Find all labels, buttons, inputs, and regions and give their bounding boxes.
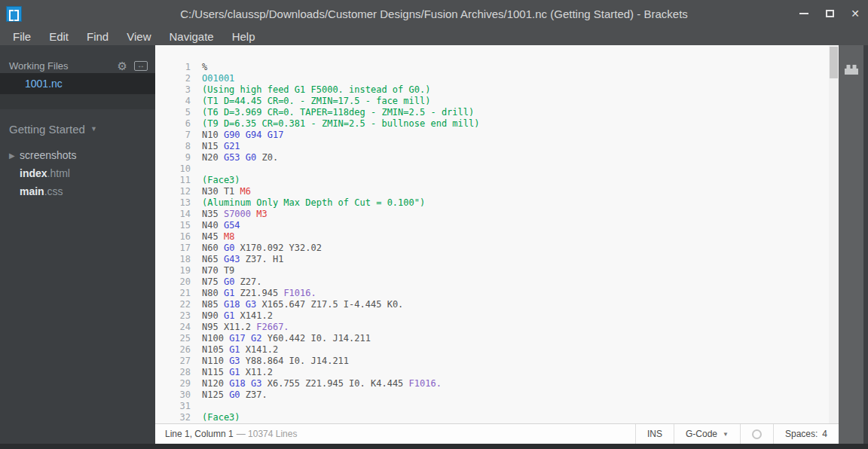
code-line[interactable]: 19N70 T9 (155, 265, 839, 276)
language-label: G-Code (686, 429, 717, 439)
window-controls: ✕ (791, 0, 868, 27)
code-text: O01001 (191, 73, 234, 84)
line-number: 20 (155, 276, 191, 288)
minimize-button[interactable] (791, 0, 817, 27)
line-number: 21 (155, 288, 191, 299)
line-number: 13 (155, 197, 191, 209)
code-text (191, 401, 202, 412)
file-name-base: main (20, 185, 44, 197)
status-indicator[interactable] (740, 424, 773, 444)
code-editor[interactable]: 1%2O010013(Using high feed G1 F5000. ins… (155, 45, 839, 423)
line-number: 27 (155, 356, 191, 367)
tree-file-index.html[interactable]: index.html (0, 164, 155, 182)
menu-item-file[interactable]: File (4, 27, 40, 45)
code-line[interactable]: 14N35 S7000 M3 (155, 209, 839, 220)
code-line[interactable]: 28N115 G1 X11.2 (155, 367, 839, 378)
code-line[interactable]: 10 (155, 163, 839, 175)
line-number: 9 (155, 152, 191, 163)
code-line[interactable]: 6(T9 D=6.35 CR=0.381 - ZMIN=2.5 - bullno… (155, 118, 839, 130)
line-number: 10 (155, 163, 191, 175)
code-text: N35 S7000 M3 (191, 209, 267, 220)
code-line[interactable]: 3(Using high feed G1 F5000. instead of G… (155, 84, 839, 96)
code-text: N100 G17 G2 Y60.442 I0. J14.211 (191, 333, 371, 344)
project-name: Getting Started (9, 123, 85, 136)
menu-bar: FileEditFindViewNavigateHelp (0, 27, 868, 45)
code-text: N80 G1 Z21.945 F1016. (191, 288, 316, 299)
project-dropdown[interactable]: Getting Started ▼ (0, 121, 155, 137)
code-line[interactable]: 2O01001 (155, 73, 839, 84)
brackets-logo-icon (6, 6, 22, 22)
line-number: 18 (155, 254, 191, 265)
title-bar: C:/Users/claussp/Downloads/Customer Desi… (0, 0, 868, 27)
code-line[interactable]: 21N80 G1 Z21.945 F1016. (155, 288, 839, 299)
scrollbar-thumb[interactable] (830, 47, 838, 78)
code-text: (Face3) (191, 412, 240, 423)
menu-item-edit[interactable]: Edit (40, 27, 78, 45)
code-line[interactable]: 7N10 G90 G94 G17 (155, 130, 839, 141)
code-line[interactable]: 24N95 X11.2 F2667. (155, 322, 839, 333)
tree-file-main.css[interactable]: main.css (0, 182, 155, 200)
menu-item-find[interactable]: Find (78, 27, 118, 45)
menu-item-help[interactable]: Help (223, 27, 264, 45)
code-line[interactable]: 11(Face3) (155, 175, 839, 186)
vertical-scrollbar[interactable] (829, 45, 839, 423)
code-line[interactable]: 26N105 G1 X141.2 (155, 344, 839, 356)
sidebar: Working Files ⚙ ↔ 1001.nc Getting Starte… (0, 45, 155, 444)
code-line[interactable]: 1% (155, 62, 839, 73)
code-line[interactable]: 15N40 G54 (155, 220, 839, 231)
code-text: N125 G0 Z37. (191, 389, 267, 401)
split-view-icon[interactable]: ↔ (134, 61, 148, 71)
main-area: Working Files ⚙ ↔ 1001.nc Getting Starte… (0, 45, 868, 444)
menu-item-view[interactable]: View (118, 27, 160, 45)
code-line[interactable]: 9N20 G53 G0 Z0. (155, 152, 839, 163)
code-text: % (191, 62, 207, 73)
code-line[interactable]: 27N110 G3 Y88.864 I0. J14.211 (155, 356, 839, 367)
minimize-icon (799, 13, 808, 14)
code-line[interactable]: 8N15 G21 (155, 141, 839, 152)
line-number: 15 (155, 220, 191, 231)
gear-icon[interactable]: ⚙ (118, 60, 127, 72)
brackets-window: C:/Users/claussp/Downloads/Customer Desi… (0, 0, 868, 449)
code-line[interactable]: 16N45 M8 (155, 231, 839, 243)
code-line[interactable]: 30N125 G0 Z37. (155, 389, 839, 401)
line-number: 4 (155, 96, 191, 107)
maximize-button[interactable] (817, 0, 842, 27)
extension-manager-icon[interactable] (843, 63, 860, 79)
code-line[interactable]: 20N75 G0 Z27. (155, 276, 839, 288)
line-number: 16 (155, 231, 191, 243)
insert-mode-toggle[interactable]: INS (635, 424, 674, 444)
code-text: N10 G90 G94 G17 (191, 130, 283, 141)
code-line[interactable]: 5(T6 D=3.969 CR=0. TAPER=118deg - ZMIN=2… (155, 107, 839, 118)
working-file-item[interactable]: 1001.nc (0, 73, 155, 94)
window-right-edge (863, 45, 868, 444)
code-line[interactable]: 32(Face3) (155, 412, 839, 423)
cursor-position-text: Line 1, Column 1 (165, 429, 234, 439)
code-line[interactable]: 12N30 T1 M6 (155, 186, 839, 197)
menu-item-navigate[interactable]: Navigate (160, 27, 222, 45)
line-number: 6 (155, 118, 191, 130)
tree-folder-screenshots[interactable]: ▶screenshots (0, 146, 155, 164)
working-files-shadow (0, 94, 155, 109)
code-text: (T6 D=3.969 CR=0. TAPER=118deg - ZMIN=2.… (191, 107, 474, 118)
spaces-label: Spaces: (785, 429, 818, 439)
code-text: N15 G21 (191, 141, 240, 152)
close-button[interactable]: ✕ (842, 0, 868, 27)
working-files-title: Working Files (9, 60, 69, 72)
code-line[interactable]: 29N120 G18 G3 X6.755 Z21.945 I0. K4.445 … (155, 378, 839, 389)
code-line[interactable]: 31 (155, 401, 839, 412)
code-text: (Aluminum Only Max Depth of Cut = 0.100"… (191, 197, 425, 209)
code-line[interactable]: 23N90 G1 X141.2 (155, 310, 839, 322)
code-line[interactable]: 22N85 G18 G3 X165.647 Z17.5 I-4.445 K0. (155, 299, 839, 310)
line-number: 11 (155, 175, 191, 186)
chevron-right-icon: ▶ (9, 151, 20, 160)
language-dropdown[interactable]: G-Code ▼ (674, 424, 740, 444)
file-name-ext: .html (47, 167, 70, 179)
code-line[interactable]: 13(Aluminum Only Max Depth of Cut = 0.10… (155, 197, 839, 209)
code-line[interactable]: 18N65 G43 Z37. H1 (155, 254, 839, 265)
code-line[interactable]: 4(T1 D=44.45 CR=0. - ZMIN=17.5 - face mi… (155, 96, 839, 107)
indent-setting[interactable]: Spaces: 4 (773, 424, 839, 444)
code-line[interactable]: 17N60 G0 X170.092 Y32.02 (155, 243, 839, 254)
window-bottom-edge (0, 444, 868, 449)
code-line[interactable]: 25N100 G17 G2 Y60.442 I0. J14.211 (155, 333, 839, 344)
maximize-icon (826, 10, 834, 17)
